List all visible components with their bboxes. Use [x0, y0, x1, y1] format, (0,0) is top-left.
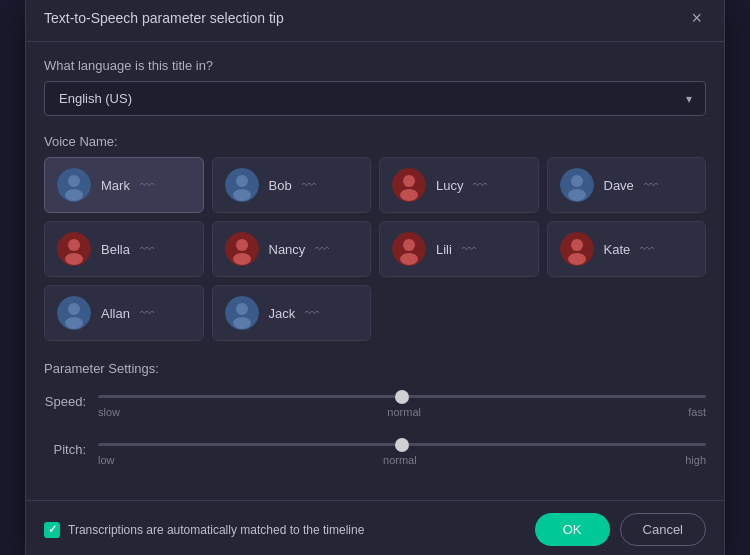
svg-point-13	[68, 239, 80, 251]
footer-buttons: OK Cancel	[535, 513, 706, 546]
speed-label: Speed:	[44, 394, 86, 409]
avatar-lili	[392, 232, 426, 266]
voice-card-allan[interactable]: Allan 〰	[44, 285, 204, 341]
svg-point-14	[65, 253, 83, 265]
waveform-icon: 〰	[644, 177, 658, 193]
speed-row: Speed: slow normal fast	[44, 384, 706, 418]
svg-point-7	[403, 175, 415, 187]
speed-slider[interactable]	[98, 395, 706, 398]
voice-name-allan: Allan	[101, 306, 130, 321]
waveform-icon: 〰	[473, 177, 487, 193]
checkmark-icon: ✓	[48, 523, 57, 536]
svg-point-17	[233, 253, 251, 265]
svg-point-19	[403, 239, 415, 251]
pitch-max-label: high	[685, 454, 706, 466]
avatar-dave	[560, 168, 594, 202]
language-question: What language is this title in?	[44, 58, 706, 73]
voice-name-nancy: Nancy	[269, 242, 306, 257]
waveform-icon: 〰	[140, 305, 154, 321]
svg-point-20	[400, 253, 418, 265]
voice-name-jack: Jack	[269, 306, 296, 321]
close-button[interactable]: ×	[687, 7, 706, 29]
svg-point-26	[65, 317, 83, 329]
svg-point-23	[568, 253, 586, 265]
avatar-kate	[560, 232, 594, 266]
avatar-lucy	[392, 168, 426, 202]
voice-card-dave[interactable]: Dave 〰	[547, 157, 707, 213]
pitch-slider-labels: low normal high	[98, 454, 706, 466]
avatar-nancy	[225, 232, 259, 266]
voice-name-bella: Bella	[101, 242, 130, 257]
cancel-button[interactable]: Cancel	[620, 513, 706, 546]
waveform-icon: 〰	[302, 177, 316, 193]
voice-grid: Mark 〰 Bob 〰 Lucy	[44, 157, 706, 341]
svg-point-11	[568, 189, 586, 201]
dialog-footer: ✓ Transcriptions are automatically match…	[26, 500, 724, 555]
auto-match-checkbox[interactable]: ✓	[44, 522, 60, 538]
voice-card-lili[interactable]: Lili 〰	[379, 221, 539, 277]
speed-slider-container: slow normal fast	[98, 384, 706, 418]
voice-name-mark: Mark	[101, 178, 130, 193]
ok-button[interactable]: OK	[535, 513, 610, 546]
voice-card-bella[interactable]: Bella 〰	[44, 221, 204, 277]
voice-card-jack[interactable]: Jack 〰	[212, 285, 372, 341]
pitch-mid-label: normal	[383, 454, 417, 466]
waveform-icon: 〰	[140, 177, 154, 193]
language-select[interactable]: English (US) English (UK) Spanish French…	[44, 81, 706, 116]
dialog-title: Text-to-Speech parameter selection tip	[44, 10, 284, 26]
dialog-body: What language is this title in? English …	[26, 42, 724, 496]
svg-point-29	[233, 317, 251, 329]
waveform-icon: 〰	[462, 241, 476, 257]
pitch-slider[interactable]	[98, 443, 706, 446]
svg-point-10	[571, 175, 583, 187]
svg-point-16	[236, 239, 248, 251]
voice-card-nancy[interactable]: Nancy 〰	[212, 221, 372, 277]
checkbox-label: Transcriptions are automatically matched…	[68, 523, 364, 537]
tts-dialog: Text-to-Speech parameter selection tip ×…	[25, 0, 725, 555]
svg-point-4	[236, 175, 248, 187]
speed-slider-labels: slow normal fast	[98, 406, 706, 418]
voice-card-kate[interactable]: Kate 〰	[547, 221, 707, 277]
pitch-row: Pitch: low normal high	[44, 432, 706, 466]
speed-mid-label: normal	[387, 406, 421, 418]
language-select-wrapper: English (US) English (UK) Spanish French…	[44, 81, 706, 116]
voice-section-label: Voice Name:	[44, 134, 706, 149]
pitch-min-label: low	[98, 454, 115, 466]
voice-name-kate: Kate	[604, 242, 631, 257]
voice-card-lucy[interactable]: Lucy 〰	[379, 157, 539, 213]
svg-point-8	[400, 189, 418, 201]
voice-name-bob: Bob	[269, 178, 292, 193]
checkbox-row[interactable]: ✓ Transcriptions are automatically match…	[44, 522, 364, 538]
avatar-allan	[57, 296, 91, 330]
voice-name-lucy: Lucy	[436, 178, 463, 193]
svg-point-25	[68, 303, 80, 315]
svg-point-5	[233, 189, 251, 201]
speed-max-label: fast	[688, 406, 706, 418]
waveform-icon: 〰	[315, 241, 329, 257]
pitch-label: Pitch:	[44, 442, 86, 457]
svg-point-28	[236, 303, 248, 315]
waveform-icon: 〰	[640, 241, 654, 257]
svg-point-22	[571, 239, 583, 251]
svg-point-1	[68, 175, 80, 187]
waveform-icon: 〰	[140, 241, 154, 257]
avatar-mark	[57, 168, 91, 202]
dialog-header: Text-to-Speech parameter selection tip ×	[26, 0, 724, 42]
parameter-settings: Speed: slow normal fast Pitch: low	[44, 384, 706, 466]
avatar-bob	[225, 168, 259, 202]
voice-name-dave: Dave	[604, 178, 634, 193]
voice-name-lili: Lili	[436, 242, 452, 257]
svg-point-2	[65, 189, 83, 201]
voice-card-mark[interactable]: Mark 〰	[44, 157, 204, 213]
waveform-icon: 〰	[305, 305, 319, 321]
voice-card-bob[interactable]: Bob 〰	[212, 157, 372, 213]
avatar-bella	[57, 232, 91, 266]
avatar-jack	[225, 296, 259, 330]
pitch-slider-container: low normal high	[98, 432, 706, 466]
param-section-label: Parameter Settings:	[44, 361, 706, 376]
speed-min-label: slow	[98, 406, 120, 418]
